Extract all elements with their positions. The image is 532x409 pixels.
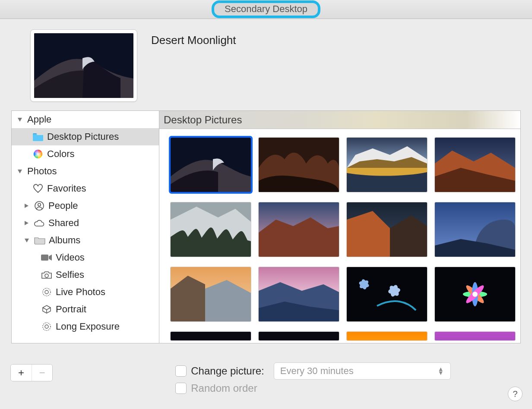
sidebar-item-selfies[interactable]: Selfies [12,266,159,283]
help-button[interactable]: ? [508,387,522,401]
svg-rect-4 [41,255,48,261]
cube-icon [41,305,52,314]
disclosure-triangle-icon [25,221,28,225]
change-picture-row: Change picture: Every 30 minutes ▲▼ [175,362,450,380]
titlebar: Secondary Desktop [0,0,532,19]
change-picture-label: Change picture: [191,365,264,377]
sidebar-item-desktop-pictures[interactable]: Desktop Pictures [12,128,159,145]
source-sidebar: Apple Desktop Pictures [11,110,159,343]
person-icon [34,201,45,211]
svg-rect-21 [347,267,427,321]
svg-point-6 [45,290,48,294]
sidebar-label: Selfies [56,269,84,280]
wallpaper-thumb[interactable] [171,267,251,321]
disclosure-triangle-icon [25,204,28,208]
sidebar-label: Apple [27,114,51,125]
add-source-button[interactable]: + [11,365,32,381]
random-order-checkbox[interactable] [175,383,187,394]
current-wallpaper-thumb [34,33,133,98]
change-picture-interval-select[interactable]: Every 30 minutes ▲▼ [274,362,451,380]
wallpaper-grid [159,129,520,343]
wallpaper-thumb[interactable] [259,138,339,192]
disclosure-triangle-icon [18,170,22,173]
svg-point-37 [472,292,478,297]
sidebar-item-live-photos[interactable]: Live Photos [12,283,159,301]
sidebar-item-people[interactable]: People [12,197,159,214]
live-photos-icon [41,287,52,297]
svg-point-8 [45,325,48,328]
sidebar-item-videos[interactable]: Videos [12,249,159,266]
sidebar-label: Shared [48,217,79,229]
current-wallpaper-frame [30,29,137,102]
wallpaper-thumb[interactable] [347,332,427,340]
sidebar-group-apple[interactable]: Apple [12,111,159,128]
sidebar-label: Desktop Pictures [47,131,119,142]
content-header: Desktop Pictures [159,111,520,129]
current-wallpaper-name: Desert Moonlight [151,29,236,47]
folder-icon [32,132,44,142]
wallpaper-thumb[interactable] [347,202,427,257]
wallpaper-browser: Desktop Pictures [159,110,521,343]
sidebar-item-shared[interactable]: Shared [12,214,159,232]
sidebar-label: People [48,200,78,211]
sidebar-item-long-exposure[interactable]: Long Exposure [12,318,159,335]
wallpaper-thumb[interactable] [171,202,251,257]
random-order-row: Random order [175,380,450,397]
add-remove-source: + − [10,364,53,381]
remove-source-button[interactable]: − [32,365,52,381]
svg-point-3 [38,203,41,206]
select-value: Every 30 minutes [280,365,354,377]
bottom-bar: + − Change picture: Every 30 minutes ▲▼ … [0,357,532,409]
wallpaper-thumb[interactable] [435,267,515,321]
tab-secondary-desktop[interactable]: Secondary Desktop [212,0,320,18]
sidebar-label: Albums [49,235,80,246]
sidebar-item-favorites[interactable]: Favorites [12,180,159,197]
sidebar-item-albums[interactable]: Albums [12,232,159,249]
svg-point-1 [34,150,42,158]
sidebar-label: Long Exposure [56,321,120,332]
wallpaper-thumb[interactable] [435,138,515,192]
live-photos-icon [41,322,52,331]
sidebar-group-photos[interactable]: Photos [12,163,159,180]
svg-rect-41 [435,332,515,340]
wallpaper-thumb[interactable] [347,138,427,192]
sidebar-label: Favorites [47,183,86,194]
change-picture-checkbox[interactable] [175,365,187,377]
svg-point-5 [45,274,48,277]
video-icon [41,253,52,262]
folder-outline-icon [34,236,45,245]
svg-point-9 [43,323,51,330]
camera-icon [41,270,52,280]
svg-rect-38 [171,332,251,340]
sidebar-label: Colors [47,148,75,160]
wallpaper-thumb[interactable] [171,138,251,192]
stepper-icon: ▲▼ [437,367,444,375]
wallpaper-thumb[interactable] [347,267,427,321]
wallpaper-thumb[interactable] [259,202,339,257]
color-wheel-icon [32,149,44,159]
sidebar-label: Videos [56,252,85,263]
wallpaper-thumb[interactable] [171,332,251,340]
sidebar-item-portrait[interactable]: Portrait [12,301,159,318]
svg-point-7 [43,288,51,296]
sidebar-item-colors[interactable]: Colors [12,145,159,163]
sidebar-label: Photos [27,166,57,177]
wallpaper-thumb[interactable] [435,332,515,340]
cloud-icon [34,218,45,228]
wallpaper-thumb[interactable] [259,267,339,321]
svg-rect-39 [259,332,339,340]
sidebar-label: Live Photos [56,286,105,298]
wallpaper-thumb[interactable] [259,332,339,340]
svg-rect-40 [347,332,427,340]
disclosure-triangle-icon [25,239,29,242]
disclosure-triangle-icon [18,118,22,122]
heart-icon [32,184,44,193]
random-order-label: Random order [191,382,257,394]
wallpaper-thumb[interactable] [435,202,515,257]
sidebar-label: Portrait [56,304,86,315]
current-wallpaper-section: Desert Moonlight [0,19,532,110]
